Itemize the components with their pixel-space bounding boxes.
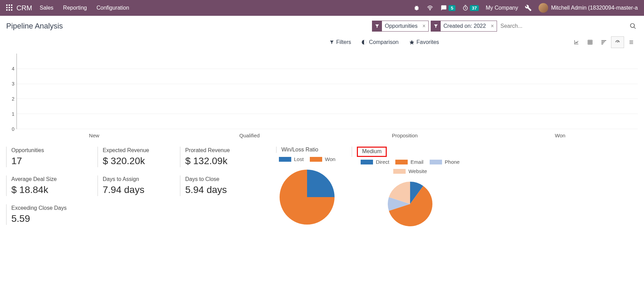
svg-rect-7 [9,9,10,11]
favorites-label: Favorites [417,39,439,45]
wifi-icon[interactable] [427,5,433,11]
legend-swatch [395,160,408,164]
favorites-button[interactable]: Favorites [409,39,439,45]
kpi-label: Average Deal Size [11,176,67,182]
company-name[interactable]: My Company [486,5,518,11]
kpi-label: Opportunities [11,147,67,153]
kpi-value: $ 320.20k [103,156,149,167]
kpi-value: $ 132.09k [185,156,231,167]
medium-pie [384,178,436,230]
search-icon[interactable] [630,23,638,30]
filter-chip-created-on: Created on: 2022 × [431,21,497,32]
timer-badge: 37 [470,5,479,11]
kpi-prorated-revenue: Prorated Revenue $ 132.09k [180,147,262,167]
nav-menu-configuration[interactable]: Configuration [97,5,129,11]
legend-item[interactable]: Email [395,159,423,165]
kpi-days-to-close: Days to Close 5.94 days [180,175,262,196]
y-tick: 0 [12,126,14,132]
legend-item[interactable]: Won [310,156,336,162]
kpi-value: $ 18.84k [11,184,67,195]
svg-rect-5 [11,7,12,8]
kpi-avg-deal-size: Average Deal Size $ 18.84k [6,175,98,196]
svg-rect-2 [11,4,12,6]
top-nav: CRM Sales Reporting Configuration 5 37 M… [0,0,644,16]
legend-item[interactable]: Direct [361,159,389,165]
kpi-expected-revenue: Expected Revenue $ 320.20k [98,147,180,167]
svg-rect-1 [9,4,10,6]
chip-remove[interactable]: × [420,23,428,29]
x-label: Qualified [172,133,327,138]
svg-point-9 [430,9,431,10]
legend-swatch [279,157,291,162]
medium-title: Medium [362,148,382,154]
kpi-opportunities: Opportunities 17 [6,147,98,167]
x-label: Won [483,133,638,138]
svg-rect-4 [9,7,10,8]
funnel-icon [372,21,382,31]
winloss-pie [276,166,338,228]
user-name: Mitchell Admin (18320094-master-a [551,5,638,11]
chat-icon[interactable]: 5 [440,5,455,11]
medium-block: Medium DirectEmailPhoneWebsite [345,147,475,230]
filters-button[interactable]: Filters [329,39,351,45]
legend-swatch [393,169,406,174]
kpi-days-to-assign: Days to Assign 7.94 days [98,175,180,196]
view-pivot-icon[interactable] [584,36,597,48]
legend-item[interactable]: Phone [430,159,460,165]
tools-icon[interactable] [525,4,532,11]
chat-badge: 5 [449,5,455,11]
x-label: Proposition [327,133,483,138]
nav-menu-sales[interactable]: Sales [40,5,54,11]
chip-label: Opportunities [382,23,419,29]
winloss-title: Win/Loss Ratio [276,147,338,153]
bug-icon[interactable] [414,5,420,11]
search-input[interactable] [499,21,630,31]
control-bar: Pipeline Analysis Opportunities × Create… [0,16,644,34]
legend-label: Direct [376,159,389,165]
pie-slice[interactable] [307,170,335,197]
kpi-label: Prorated Revenue [185,147,231,153]
x-label: New [16,133,172,138]
kpi-value: 17 [11,156,67,167]
view-lines-icon[interactable] [625,36,638,48]
legend-swatch [430,160,442,164]
legend-label: Website [408,168,427,174]
kpi-label: Days to Close [185,176,231,182]
kpi-exceeding-close-days: Exceeding Close Days 5.59 [6,204,98,225]
medium-title-highlighted: Medium [357,147,387,157]
search-bar: Opportunities × Created on: 2022 × [372,21,630,32]
legend-label: Email [410,159,423,165]
timer-icon[interactable]: 37 [462,5,479,11]
kpi-label: Expected Revenue [103,147,149,153]
chip-label: Created on: 2022 [441,23,488,29]
app-brand[interactable]: CRM [16,4,32,12]
kpi-label: Days to Assign [103,176,149,182]
svg-rect-0 [6,4,8,6]
view-list-icon[interactable] [597,36,610,48]
svg-rect-8 [11,9,12,11]
svg-rect-6 [6,9,8,11]
user-menu[interactable]: Mitchell Admin (18320094-master-a [539,3,638,13]
legend-label: Won [325,156,336,162]
winloss-block: Win/Loss Ratio LostWon [269,147,345,228]
apps-icon[interactable] [6,4,13,11]
filter-chip-opportunities: Opportunities × [372,21,429,32]
comparison-button[interactable]: Comparison [361,39,398,45]
legend-item[interactable]: Lost [279,156,304,162]
nav-menu-reporting[interactable]: Reporting [63,5,87,11]
svg-rect-13 [588,40,592,44]
kpi-value: 5.94 days [185,184,231,195]
legend-item[interactable]: Website [393,168,427,174]
funnel-icon [431,21,441,31]
svg-rect-14 [601,40,606,41]
kpi-section: Opportunities 17 Average Deal Size $ 18.… [0,138,644,238]
filters-label: Filters [336,39,351,45]
legend-label: Phone [445,159,460,165]
y-tick: 2 [12,96,14,102]
bar-chart: 01234 [0,54,644,129]
kpi-label: Exceeding Close Days [11,205,67,211]
view-dashboard-icon[interactable] [611,36,624,48]
chip-remove[interactable]: × [488,23,497,29]
comparison-label: Comparison [369,39,398,45]
view-chart-icon[interactable] [570,36,583,48]
